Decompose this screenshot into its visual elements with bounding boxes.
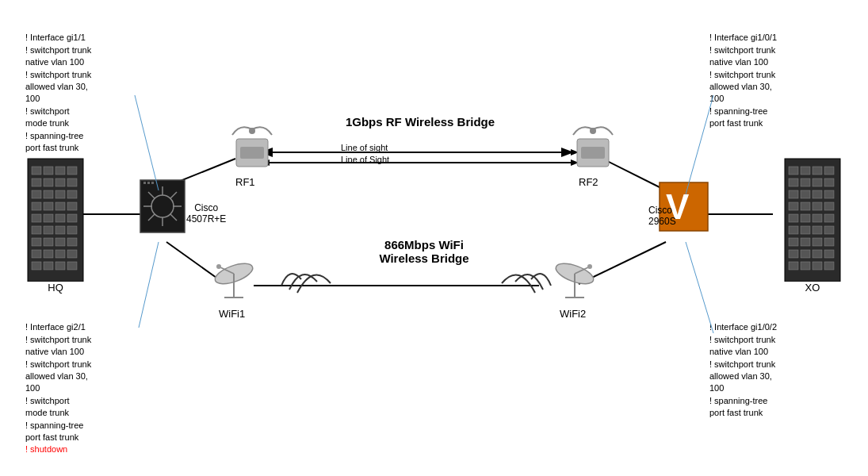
config-hq-gi2-1: ! Interface gi2/1! switchport trunknativ… xyxy=(25,309,152,468)
svg-rect-66 xyxy=(824,202,834,210)
svg-rect-32 xyxy=(55,214,65,222)
rf1-icon xyxy=(228,123,276,178)
wifi1-label: WiFi1 xyxy=(219,308,245,320)
svg-rect-69 xyxy=(813,214,822,222)
svg-rect-49 xyxy=(67,262,77,270)
svg-rect-37 xyxy=(67,226,77,234)
svg-rect-106 xyxy=(581,147,605,159)
svg-rect-15 xyxy=(44,167,53,175)
svg-rect-24 xyxy=(55,190,65,198)
svg-rect-16 xyxy=(55,167,65,175)
wifi-bridge-label: 866Mbps WiFi Wireless Bridge xyxy=(341,238,507,265)
svg-rect-56 xyxy=(801,178,810,186)
svg-rect-73 xyxy=(813,226,822,234)
svg-rect-80 xyxy=(801,250,810,258)
svg-rect-25 xyxy=(67,190,77,198)
svg-rect-47 xyxy=(44,262,53,270)
svg-rect-36 xyxy=(55,226,65,234)
svg-rect-86 xyxy=(824,262,834,270)
config-hq-gi1-1: ! Interface gi1/1 ! switchport trunk nat… xyxy=(25,20,152,154)
svg-rect-63 xyxy=(789,202,798,210)
svg-rect-53 xyxy=(813,167,822,175)
svg-rect-77 xyxy=(813,238,822,246)
svg-rect-98 xyxy=(147,182,150,184)
svg-rect-29 xyxy=(67,202,77,210)
xo-building-icon xyxy=(781,155,844,285)
svg-rect-81 xyxy=(813,250,822,258)
xo-label: XO xyxy=(781,282,844,294)
svg-rect-65 xyxy=(813,202,822,210)
svg-point-117 xyxy=(587,264,592,269)
svg-rect-41 xyxy=(67,238,77,246)
svg-rect-44 xyxy=(55,250,65,258)
cisco-4507-label: Cisco 4507R+E xyxy=(186,202,226,225)
svg-rect-74 xyxy=(824,226,834,234)
network-diagram: HQ XO xyxy=(0,0,868,476)
svg-rect-70 xyxy=(824,214,834,222)
svg-rect-75 xyxy=(789,238,798,246)
svg-point-112 xyxy=(216,264,221,269)
svg-rect-51 xyxy=(789,167,798,175)
wifi-waves-left-icon xyxy=(273,258,337,305)
svg-rect-67 xyxy=(789,214,798,222)
svg-rect-99 xyxy=(151,182,154,184)
svg-rect-34 xyxy=(32,226,41,234)
svg-rect-97 xyxy=(143,182,146,184)
svg-rect-103 xyxy=(240,147,264,159)
svg-rect-54 xyxy=(824,167,834,175)
config-xo-gi1-0-1: ! Interface gi1/0/1 ! switchport trunk n… xyxy=(709,20,856,130)
svg-point-104 xyxy=(249,128,255,134)
svg-rect-45 xyxy=(67,250,77,258)
svg-rect-30 xyxy=(32,214,41,222)
svg-rect-40 xyxy=(55,238,65,246)
svg-rect-57 xyxy=(813,178,822,186)
hq-building-icon xyxy=(24,155,87,285)
svg-rect-59 xyxy=(789,190,798,198)
los2-label: Line of Sight xyxy=(341,155,389,164)
wifi2-label: WiFi2 xyxy=(560,308,586,320)
svg-rect-46 xyxy=(32,262,41,270)
rf2-icon xyxy=(569,123,617,178)
svg-rect-62 xyxy=(824,190,834,198)
svg-rect-68 xyxy=(801,214,810,222)
svg-rect-23 xyxy=(44,190,53,198)
svg-rect-14 xyxy=(32,167,41,175)
svg-rect-21 xyxy=(67,178,77,186)
svg-rect-35 xyxy=(44,226,53,234)
svg-rect-64 xyxy=(801,202,810,210)
svg-rect-17 xyxy=(67,167,77,175)
rf2-label: RF2 xyxy=(579,176,598,188)
svg-point-107 xyxy=(590,128,596,134)
svg-rect-76 xyxy=(801,238,810,246)
svg-rect-72 xyxy=(801,226,810,234)
rf1-label: RF1 xyxy=(235,176,255,188)
config-xo-gi1-0-2: ! Interface gi1/0/2 ! switchport trunk n… xyxy=(709,309,856,420)
svg-rect-60 xyxy=(801,190,810,198)
svg-rect-78 xyxy=(824,238,834,246)
hq-label: HQ xyxy=(24,282,87,294)
rf-bridge-label: 1Gbps RF Wireless Bridge xyxy=(301,115,539,129)
svg-rect-31 xyxy=(44,214,53,222)
svg-rect-58 xyxy=(824,178,834,186)
svg-rect-82 xyxy=(824,250,834,258)
svg-rect-33 xyxy=(67,214,77,222)
cisco-2960s-label: Cisco 2960S xyxy=(648,205,676,227)
svg-rect-38 xyxy=(32,238,41,246)
svg-rect-26 xyxy=(32,202,41,210)
los1-label: Line of sight xyxy=(341,143,388,152)
cisco-4507-icon xyxy=(139,178,186,237)
svg-rect-27 xyxy=(44,202,53,210)
svg-rect-48 xyxy=(55,262,65,270)
svg-rect-83 xyxy=(789,262,798,270)
svg-rect-84 xyxy=(801,262,810,270)
wifi1-icon xyxy=(208,250,260,313)
svg-rect-19 xyxy=(44,178,53,186)
svg-rect-52 xyxy=(801,167,810,175)
svg-rect-43 xyxy=(44,250,53,258)
svg-rect-61 xyxy=(813,190,822,198)
svg-rect-71 xyxy=(789,226,798,234)
svg-rect-85 xyxy=(813,262,822,270)
svg-rect-28 xyxy=(55,202,65,210)
svg-rect-79 xyxy=(789,250,798,258)
svg-rect-42 xyxy=(32,250,41,258)
